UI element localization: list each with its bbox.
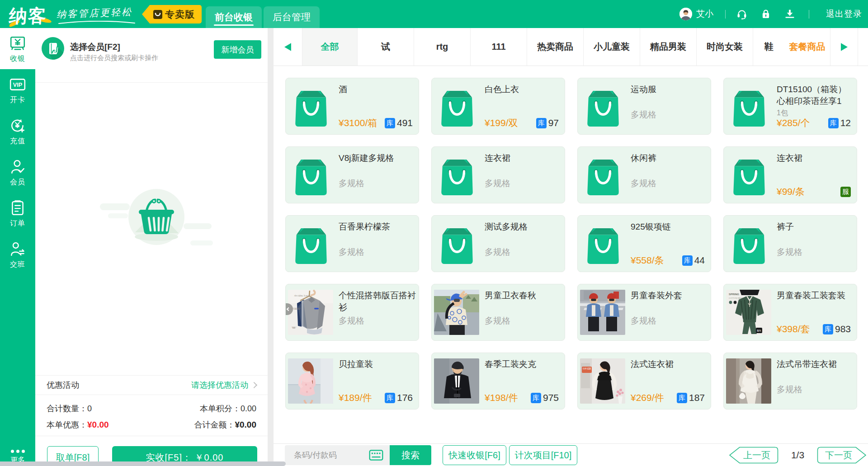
sidebar-item-vip-card[interactable]: VIP 开卡 bbox=[0, 69, 35, 110]
chevron-right-icon bbox=[251, 382, 257, 388]
product-card[interactable]: rlrn tdira. lt pcrd "OENG" "BB" 个性混搭韩版百搭… bbox=[285, 284, 419, 341]
total-value: ¥0.00 bbox=[235, 420, 256, 430]
product-card[interactable]: 贝拉童装 ¥189/件 库 176 bbox=[285, 353, 419, 410]
cashier-icon bbox=[9, 35, 26, 52]
category-tab-combo[interactable]: 套餐商品 bbox=[784, 28, 830, 66]
product-price: ¥189/件 bbox=[339, 391, 372, 404]
bag-icon bbox=[295, 159, 327, 195]
sidebar-item-recharge[interactable]: 充值 bbox=[0, 110, 35, 151]
product-name: 法式吊带连衣裙 bbox=[777, 358, 856, 370]
category-scroll-right-button[interactable] bbox=[830, 28, 858, 66]
customer-service-icon[interactable] bbox=[736, 9, 747, 19]
discount-value: ¥0.00 bbox=[87, 420, 109, 430]
promo-select[interactable]: 请选择优惠活动 bbox=[191, 380, 256, 391]
member-select-header[interactable]: 选择会员[F2] 点击进行会员搜索或刷卡操作 新增会员 bbox=[35, 28, 268, 83]
category-tab[interactable]: 小儿童装 bbox=[584, 28, 640, 66]
clothing-badge: 服 bbox=[840, 187, 851, 197]
count-item-button[interactable]: 计次项目[F10] bbox=[509, 445, 577, 465]
product-card[interactable]: 运动服 多规格 bbox=[577, 78, 711, 135]
keyboard-icon[interactable] bbox=[369, 450, 383, 461]
bag-icon bbox=[441, 159, 473, 195]
category-tab[interactable]: 111 bbox=[471, 28, 527, 66]
svg-text:SPRING: SPRING bbox=[729, 293, 739, 296]
product-price: ¥285/个 bbox=[777, 117, 810, 129]
product-card[interactable]: 裤子 多规格 bbox=[723, 215, 857, 272]
product-card[interactable]: 春季工装夹克 ¥198/件 库 975 bbox=[431, 353, 565, 410]
product-card[interactable]: V8j新建多规格 多规格 bbox=[285, 146, 419, 203]
product-card[interactable]: 连衣裙 多规格 bbox=[431, 146, 565, 203]
category-tab[interactable]: 试 bbox=[358, 28, 414, 66]
product-card[interactable]: 百香果柠檬茶 多规格 bbox=[285, 215, 419, 272]
bag-icon bbox=[441, 90, 473, 127]
prev-page-button[interactable]: 上一页 bbox=[729, 447, 778, 464]
bag-icon bbox=[587, 90, 619, 127]
product-name: 运动服 bbox=[631, 84, 710, 95]
product-card[interactable]: 休闲裤 多规格 bbox=[577, 146, 711, 203]
app-header: 纳客 纳客管店更轻松 专卖版 前台收银 后台管理 艾小 bbox=[0, 0, 868, 28]
stock-badge: 库 bbox=[536, 118, 547, 128]
product-card[interactable]: 925银项链 ¥558/条 库 44 bbox=[577, 215, 711, 272]
scan-input[interactable] bbox=[294, 451, 369, 460]
category-tab[interactable]: 鞋 bbox=[753, 28, 784, 66]
product-photo-green-jacket: SPRING COTTON FASHION 服装 bbox=[726, 290, 771, 335]
svg-text:rlrn tdira. lt pcrd: rlrn tdira. lt pcrd bbox=[294, 294, 310, 297]
product-card[interactable]: 特价优惠 法式连衣裙 ¥269/件 库 187 bbox=[577, 353, 711, 410]
more-dots-icon bbox=[11, 450, 25, 453]
product-name: 男童卫衣春秋 bbox=[485, 290, 564, 301]
category-tab[interactable]: 热卖商品 bbox=[527, 28, 584, 66]
quick-cashier-button[interactable]: 快速收银[F6] bbox=[443, 445, 506, 465]
product-photo-girl-pink bbox=[288, 358, 333, 404]
user-name[interactable]: 艾小 bbox=[696, 8, 713, 20]
edition-badge-label: 专卖版 bbox=[165, 8, 195, 21]
product-card[interactable]: 连衣裙 ¥99/条 服 bbox=[723, 146, 857, 203]
product-price: ¥398/套 bbox=[777, 323, 810, 335]
product-name: 法式连衣裙 bbox=[631, 358, 710, 370]
tab-back-office[interactable]: 后台管理 bbox=[264, 6, 320, 28]
product-card[interactable]: 白色上衣 ¥199/双 库 97 bbox=[431, 78, 565, 135]
tab-front-cashier[interactable]: 前台收银 bbox=[206, 6, 262, 28]
category-scroll-left-button[interactable] bbox=[274, 28, 302, 66]
product-photo-shirt-hanger: rlrn tdira. lt pcrd "OENG" "BB" bbox=[288, 290, 333, 335]
logo-text: 纳客 bbox=[8, 4, 48, 28]
points-value: 0.00 bbox=[241, 404, 256, 414]
product-card[interactable]: 法式吊带连衣裙 多规格 bbox=[723, 353, 857, 410]
product-name: 男童春装工装套装 bbox=[777, 290, 856, 301]
edition-badge-hole bbox=[4, 7, 8, 11]
sidebar-item-order[interactable]: 订单 bbox=[0, 193, 35, 234]
search-button[interactable]: 搜索 bbox=[390, 445, 431, 465]
next-page-button[interactable]: 下一页 bbox=[817, 447, 867, 464]
avatar[interactable] bbox=[679, 8, 692, 20]
category-tab[interactable]: 时尚女装 bbox=[697, 28, 753, 66]
product-card[interactable]: 酒 ¥3100/箱 库 491 bbox=[285, 78, 419, 135]
category-tab[interactable]: 精品男装 bbox=[640, 28, 697, 66]
product-name: 春季工装夹克 bbox=[485, 358, 564, 370]
download-icon[interactable] bbox=[784, 9, 795, 19]
bag-icon bbox=[587, 228, 619, 264]
add-member-button[interactable]: 新增会员 bbox=[214, 40, 261, 59]
product-spec: 多规格 bbox=[339, 178, 364, 189]
horizontal-scrollbar-thumb[interactable] bbox=[0, 461, 286, 466]
lock-icon[interactable] bbox=[760, 9, 771, 19]
category-tab[interactable]: rtg bbox=[414, 28, 471, 66]
brand-slogan: 纳客管店更轻松 bbox=[57, 5, 133, 21]
category-tab-all[interactable]: 全部 bbox=[302, 28, 358, 66]
sidebar-item-cashier[interactable]: 收银 bbox=[0, 28, 35, 69]
checkout-bar: 搜索 快速收银[F6] 计次项目[F10] 上一页 1/3 下一页 bbox=[274, 443, 868, 466]
pagination: 上一页 1/3 下一页 bbox=[729, 447, 867, 464]
svg-text:"BB": "BB" bbox=[292, 326, 296, 329]
product-card[interactable]: 男童卫衣春秋 多规格 bbox=[431, 284, 565, 341]
logout-button[interactable]: 退出登录 bbox=[826, 8, 862, 20]
product-price: ¥199/双 bbox=[485, 117, 518, 129]
sidebar-item-shift[interactable]: 交班 bbox=[0, 234, 35, 275]
product-card[interactable]: DT15100（箱装） 心相印茶语丝享1 1包 ¥285/个 库 12 bbox=[723, 78, 857, 135]
product-photo-woman-black-dress: 特价优惠 bbox=[580, 358, 625, 404]
product-card[interactable]: 测试多规格 多规格 bbox=[431, 215, 565, 272]
product-card[interactable]: SPRING COTTON FASHION 服装 男童春装工装套装 ¥398/套 bbox=[723, 284, 857, 341]
scan-input-wrap bbox=[285, 445, 390, 465]
sidebar-item-member[interactable]: 会员 bbox=[0, 151, 35, 193]
product-name: 连衣裙 bbox=[777, 152, 856, 164]
bag-icon bbox=[295, 90, 327, 127]
product-card[interactable]: 男童春装外套 多规格 bbox=[577, 284, 711, 341]
total-label: 合计金额： bbox=[194, 419, 235, 430]
qty-value: 0 bbox=[87, 404, 92, 414]
